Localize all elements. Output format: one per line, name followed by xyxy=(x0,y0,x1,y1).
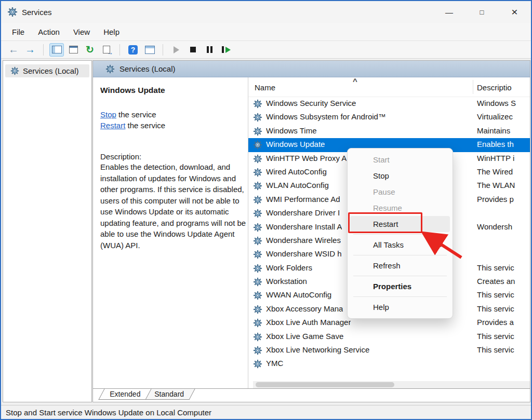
annotation-arrow xyxy=(416,222,468,263)
service-description-cell: This servic xyxy=(477,332,530,341)
service-description-cell: The Wired xyxy=(477,167,530,176)
gear-icon xyxy=(253,264,262,273)
service-description-cell: Maintains xyxy=(477,126,530,135)
menu-item[interactable]: View xyxy=(66,25,97,39)
context-menu-item-properties[interactable]: Properties xyxy=(350,278,450,294)
Xbox Live Networking Service[interactable]: Xbox Live Networking Service This servic xyxy=(248,344,530,357)
minimize-button[interactable]: — xyxy=(433,1,466,23)
view-tabs: ExtendedStandard xyxy=(93,388,530,402)
view-tab[interactable]: Extended xyxy=(98,389,151,400)
services-banner: Services (Local) xyxy=(93,61,530,77)
service-name: Wondershare Install A xyxy=(266,222,342,231)
service-name: Workstation xyxy=(266,277,307,286)
menu-item[interactable]: Help xyxy=(97,25,126,39)
service-description-cell: Enables th xyxy=(477,140,530,148)
horizontal-scrollbar[interactable] xyxy=(253,381,530,388)
tree-item-services-local[interactable]: Services (Local) xyxy=(5,64,89,77)
stop-service-link[interactable]: Stop xyxy=(100,110,116,119)
column-header-description[interactable]: Descriptio xyxy=(477,83,512,92)
annotation-highlight-box xyxy=(348,212,422,233)
context-menu-separator xyxy=(353,276,447,276)
gear-icon xyxy=(253,223,262,232)
service-description-cell: Wondersh xyxy=(477,222,530,231)
toolbar-separator xyxy=(119,44,120,56)
service-name: Xbox Live Game Save xyxy=(266,332,343,341)
maximize-button[interactable]: □ xyxy=(466,1,498,23)
toolbar xyxy=(1,40,531,59)
menu-bar: FileActionViewHelp xyxy=(1,23,531,40)
toolbar-separator xyxy=(43,44,44,56)
stop-link-suffix: the service xyxy=(116,110,156,119)
YMC[interactable]: YMC xyxy=(248,357,530,371)
properties-window-icon[interactable] xyxy=(142,43,157,57)
service-name: Windows Update xyxy=(266,140,325,148)
context-menu-item-stop[interactable]: Stop xyxy=(350,168,450,184)
gear-icon xyxy=(253,181,262,191)
selected-service-title: Windows Update xyxy=(100,86,240,95)
back-icon[interactable] xyxy=(6,43,21,57)
service-description-cell: The WLAN xyxy=(477,181,530,189)
restart-service-link[interactable]: Restart xyxy=(100,121,125,130)
show-console-tree-icon[interactable] xyxy=(49,43,64,57)
column-header-name[interactable]: Name xyxy=(255,83,275,92)
service-name: Work Folders xyxy=(266,263,312,272)
description-label: Description: xyxy=(100,152,240,161)
Windows Subsystem for Android™[interactable]: Windows Subsystem for Android™ Virtualiz… xyxy=(248,111,530,124)
column-divider[interactable] xyxy=(473,80,473,94)
service-description-cell: Windows S xyxy=(477,99,530,107)
forward-icon[interactable] xyxy=(23,43,37,57)
service-name: WWAN AutoConfig xyxy=(266,290,331,299)
service-name: Windows Security Service xyxy=(266,99,356,107)
service-name: WinHTTP Web Proxy A xyxy=(266,154,347,162)
export-list-icon[interactable] xyxy=(66,43,81,57)
service-description-cell: This servic xyxy=(477,345,530,354)
restart-service-icon[interactable] xyxy=(219,43,233,57)
gear-icon xyxy=(253,140,262,150)
service-name: Wondershare Driver I xyxy=(266,208,340,217)
pause-service-icon[interactable] xyxy=(202,43,217,57)
gear-icon xyxy=(253,209,262,218)
Xbox Live Game Save[interactable]: Xbox Live Game Save This servic xyxy=(248,330,530,344)
list-header: Name Descriptio xyxy=(248,77,530,97)
service-name: Xbox Live Auth Manager xyxy=(266,318,351,327)
banner-title: Services (Local) xyxy=(119,64,176,73)
close-button[interactable]: × xyxy=(498,1,531,23)
service-name: YMC xyxy=(266,359,283,368)
view-tab[interactable]: Standard xyxy=(143,389,195,400)
stop-service-icon[interactable] xyxy=(185,43,200,57)
service-description: Enables the detection, download, and ins… xyxy=(100,161,247,251)
gear-icon xyxy=(253,168,262,177)
horizontal-scrollbar-thumb[interactable] xyxy=(256,382,394,387)
context-menu-item-pause: Pause xyxy=(350,184,450,200)
service-name: Xbox Live Networking Service xyxy=(266,345,369,354)
context-menu-separator xyxy=(353,296,447,297)
service-description-cell: Creates an xyxy=(477,277,530,286)
status-bar: Stop and Start service Windows Update on… xyxy=(1,405,531,419)
service-action-links: Stop the service Restart the service xyxy=(100,109,240,131)
Windows Time[interactable]: Windows Time Maintains xyxy=(248,125,530,138)
extended-info-panel: Windows Update Stop the service Restart … xyxy=(93,77,248,388)
gear-icon xyxy=(253,305,262,314)
service-name: Wondershare Wireles xyxy=(266,236,341,245)
service-name: WLAN AutoConfig xyxy=(266,181,329,189)
service-description-cell: Virtualizec xyxy=(477,112,530,121)
gear-icon xyxy=(253,113,262,122)
refresh-icon[interactable] xyxy=(83,43,97,57)
service-name: Windows Time xyxy=(266,126,317,135)
service-name: WMI Performance Ad xyxy=(266,195,340,204)
restart-link-suffix: the service xyxy=(125,121,165,130)
help-icon[interactable] xyxy=(126,43,140,57)
toolbar-separator xyxy=(163,44,163,56)
gear-icon xyxy=(253,236,262,246)
service-description-cell: This servic xyxy=(477,290,530,299)
status-text: Stop and Start service Windows Update on… xyxy=(6,408,211,417)
gear-icon xyxy=(10,66,19,75)
service-name: Windows Subsystem for Android™ xyxy=(266,112,386,121)
export-arrow-icon[interactable] xyxy=(99,43,114,57)
menu-item[interactable]: File xyxy=(5,25,31,39)
gear-icon xyxy=(253,346,262,355)
context-menu-item-help[interactable]: Help xyxy=(350,299,450,315)
Windows Security Service[interactable]: Windows Security Service Windows S xyxy=(248,97,530,111)
gear-icon xyxy=(253,127,262,136)
menu-item[interactable]: Action xyxy=(31,25,66,39)
